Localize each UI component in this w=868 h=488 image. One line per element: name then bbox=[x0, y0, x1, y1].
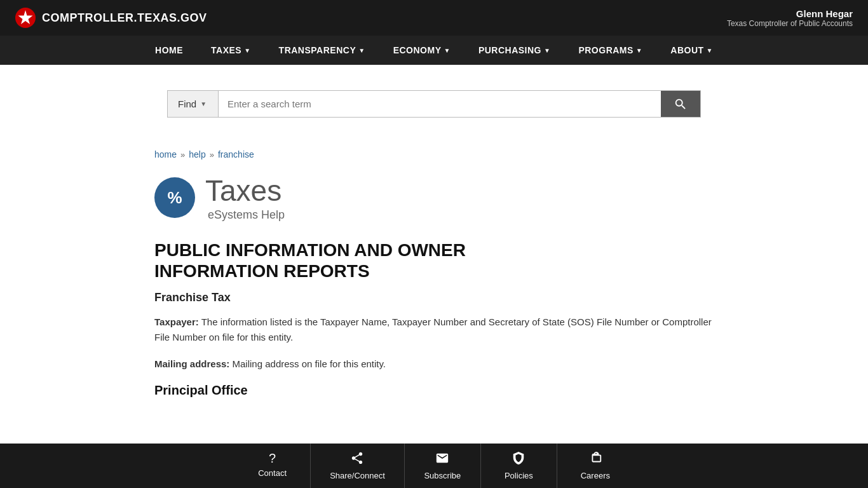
breadcrumb-sep-1: » bbox=[180, 150, 185, 159]
logo-area[interactable]: COMPTROLLER.TEXAS.GOV bbox=[15, 8, 207, 28]
breadcrumb-home[interactable]: home bbox=[154, 149, 177, 159]
purchasing-arrow-icon: ▼ bbox=[544, 47, 550, 54]
nav-item-economy[interactable]: ECONOMY ▼ bbox=[379, 37, 465, 63]
bottom-contact[interactable]: ? Contact bbox=[234, 444, 311, 470]
share-icon bbox=[350, 451, 364, 468]
bottom-bar-items: ? Contact Share/Connect Subscribe Polici… bbox=[234, 444, 634, 470]
section-subtitle: Franchise Tax bbox=[154, 291, 714, 304]
taxpayer-text: The information listed is the Taxpayer N… bbox=[154, 316, 712, 342]
taxes-heading: Taxes bbox=[205, 175, 285, 207]
logo-star-icon bbox=[15, 8, 36, 28]
top-header: COMPTROLLER.TEXAS.GOV Glenn Hegar Texas … bbox=[0, 0, 868, 36]
taxpayer-paragraph: Taxpayer: The information listed is the … bbox=[154, 315, 714, 345]
about-arrow-icon: ▼ bbox=[707, 47, 713, 54]
search-bar: Find ▼ bbox=[167, 90, 701, 118]
bottom-policies[interactable]: Policies bbox=[481, 444, 557, 470]
bottom-careers[interactable]: Careers bbox=[557, 444, 634, 470]
transparency-arrow-icon: ▼ bbox=[358, 47, 365, 54]
breadcrumb-sep-2: » bbox=[210, 150, 214, 159]
principal-office-heading: Principal Office bbox=[154, 383, 714, 398]
esystems-label: eSystems Help bbox=[208, 208, 285, 222]
contact-icon: ? bbox=[269, 451, 276, 466]
bottom-share[interactable]: Share/Connect bbox=[311, 444, 405, 470]
content-area: home » help » franchise % Taxes eSystems… bbox=[142, 137, 726, 426]
bottom-subscribe[interactable]: Subscribe bbox=[405, 444, 481, 470]
page-title-group: Taxes eSystems Help bbox=[205, 175, 285, 222]
main-content: PUBLIC INFORMATION AND OWNER INFORMATION… bbox=[154, 240, 714, 398]
search-section: Find ▼ bbox=[0, 65, 868, 137]
nav-item-transparency[interactable]: TRANSPARENCY ▼ bbox=[265, 37, 379, 63]
user-subtitle: Texas Comptroller of Public Accounts bbox=[727, 19, 853, 28]
find-dropdown-button[interactable]: Find ▼ bbox=[168, 91, 219, 117]
taxes-icon-circle: % bbox=[154, 177, 195, 218]
page-main-title: PUBLIC INFORMATION AND OWNER INFORMATION… bbox=[154, 240, 714, 282]
search-input[interactable] bbox=[219, 91, 661, 117]
mailing-label: Mailing address: bbox=[154, 358, 229, 369]
user-info: Glenn Hegar Texas Comptroller of Public … bbox=[727, 8, 853, 28]
economy-arrow-icon: ▼ bbox=[444, 47, 450, 54]
search-icon bbox=[674, 97, 688, 111]
policies-icon bbox=[512, 451, 526, 468]
mailing-text: Mailing address on file for this entity. bbox=[233, 358, 386, 369]
main-nav: HOME TAXES ▼ TRANSPARENCY ▼ ECONOMY ▼ PU… bbox=[0, 36, 868, 65]
taxpayer-label: Taxpayer: bbox=[154, 316, 199, 327]
site-title: COMPTROLLER.TEXAS.GOV bbox=[42, 11, 207, 25]
bottom-bar: ? Contact Share/Connect Subscribe Polici… bbox=[0, 444, 868, 470]
nav-item-home[interactable]: HOME bbox=[141, 37, 197, 63]
taxes-arrow-icon: ▼ bbox=[244, 47, 250, 54]
breadcrumb-franchise[interactable]: franchise bbox=[218, 149, 254, 159]
search-submit-button[interactable] bbox=[661, 91, 700, 117]
user-name: Glenn Hegar bbox=[727, 8, 853, 19]
find-dropdown-arrow-icon: ▼ bbox=[200, 100, 207, 107]
nav-item-taxes[interactable]: TAXES ▼ bbox=[197, 37, 265, 63]
careers-icon bbox=[588, 451, 602, 468]
nav-item-programs[interactable]: PROGRAMS ▼ bbox=[564, 37, 656, 63]
subscribe-icon bbox=[435, 451, 449, 468]
page-header-row: % Taxes eSystems Help bbox=[154, 175, 714, 222]
programs-arrow-icon: ▼ bbox=[636, 47, 642, 54]
nav-item-about[interactable]: ABOUT ▼ bbox=[656, 37, 727, 63]
breadcrumb: home » help » franchise bbox=[154, 149, 714, 159]
breadcrumb-help[interactable]: help bbox=[189, 149, 205, 159]
contact-label: Contact bbox=[258, 468, 287, 470]
nav-item-purchasing[interactable]: PURCHASING ▼ bbox=[465, 37, 565, 63]
mailing-paragraph: Mailing address: Mailing address on file… bbox=[154, 356, 714, 372]
